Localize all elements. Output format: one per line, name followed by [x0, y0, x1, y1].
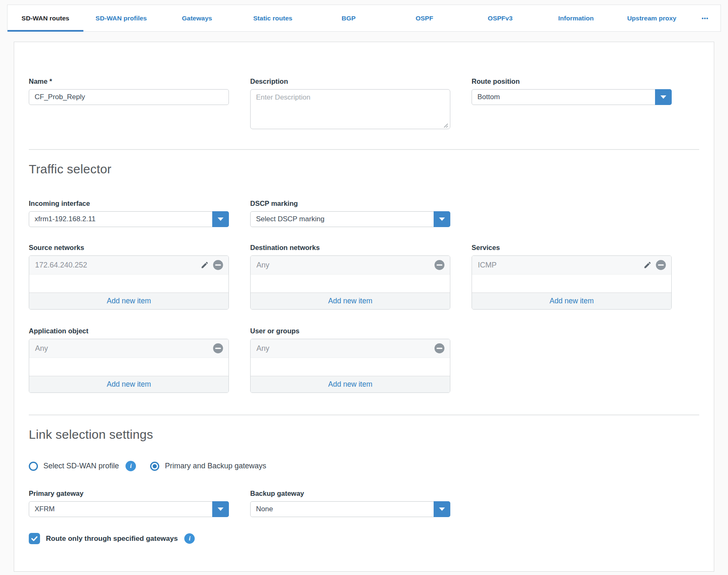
primary-gateway-value: XFRM [35, 505, 55, 513]
tab-gateways[interactable]: Gateways [159, 5, 235, 31]
radio-dot [153, 464, 157, 468]
application-object-listbox: Any Add new item [29, 339, 229, 393]
list-item: ICMP [472, 256, 671, 275]
gateways-row: Primary gateway XFRM Backup gateway None [29, 490, 699, 517]
tab-sd-wan-profiles[interactable]: SD-WAN profiles [83, 5, 159, 31]
section-divider [29, 149, 699, 150]
route-position-field-group: Route position Bottom [472, 78, 672, 131]
radio-button-unselected[interactable] [29, 462, 38, 471]
more-tabs-icon[interactable]: ••• [690, 5, 720, 31]
link-selection-heading: Link selection settings [29, 428, 699, 442]
application-object-add-button[interactable]: Add new item [29, 376, 228, 392]
backup-gateway-label: Backup gateway [250, 490, 450, 498]
name-label: Name * [29, 78, 229, 85]
backup-gateway-field-group: Backup gateway None [250, 490, 450, 517]
route-only-checkbox[interactable] [29, 533, 40, 544]
incoming-interface-value: xfrm1-192.168.2.11 [35, 215, 95, 223]
dscp-marking-value: Select DSCP marking [256, 215, 324, 223]
application-object-value: Any [35, 344, 213, 353]
remove-minus-icon[interactable] [655, 260, 666, 270]
destination-networks-listbox: Any Add new item [250, 255, 450, 310]
route-position-value: Bottom [477, 93, 500, 101]
check-icon [30, 535, 38, 542]
info-icon[interactable]: i [184, 533, 195, 544]
route-position-label: Route position [472, 78, 672, 85]
primary-gateway-dropdown-button[interactable] [212, 501, 229, 517]
tab-static-routes[interactable]: Static routes [235, 5, 311, 31]
remove-minus-icon[interactable] [434, 260, 445, 270]
app-users-row: Application object Any Add new item User… [29, 327, 699, 393]
tab-information[interactable]: Information [538, 5, 614, 31]
listbox-empty-area [29, 358, 228, 376]
radio-label: Select SD-WAN profile [43, 462, 119, 470]
backup-gateway-value: None [256, 505, 273, 513]
section-divider [29, 415, 699, 415]
primary-gateway-field-group: Primary gateway XFRM [29, 490, 229, 517]
description-field-group: Description [250, 78, 450, 131]
destination-network-value: Any [256, 261, 434, 270]
dscp-marking-dropdown[interactable]: Select DSCP marking [250, 211, 450, 227]
application-object-field-group: Application object Any Add new item [29, 327, 229, 393]
tab-ospfv3[interactable]: OSPFv3 [462, 5, 538, 31]
listbox-empty-area [251, 358, 450, 376]
description-textarea[interactable] [250, 89, 450, 129]
remove-minus-icon[interactable] [434, 343, 445, 354]
user-or-groups-add-button[interactable]: Add new item [251, 376, 450, 392]
source-networks-add-button[interactable]: Add new item [29, 292, 228, 309]
dscp-marking-field-group: DSCP marking Select DSCP marking [250, 200, 450, 227]
radio-primary-backup-gateways[interactable]: Primary and Backup gateways [150, 462, 266, 471]
source-networks-label: Source networks [29, 244, 229, 252]
service-value: ICMP [478, 261, 643, 270]
radio-button-selected[interactable] [150, 462, 159, 471]
route-position-dropdown[interactable]: Bottom [472, 89, 672, 105]
info-icon[interactable]: i [126, 461, 136, 471]
sd-wan-route-form-card: Name * Description Route position Bottom [14, 42, 714, 572]
remove-minus-icon[interactable] [213, 260, 223, 270]
chevron-down-icon [218, 218, 223, 221]
chevron-down-icon [218, 508, 223, 511]
application-object-label: Application object [29, 327, 229, 335]
source-network-value: 172.64.240.252 [35, 261, 201, 270]
general-settings-row: Name * Description Route position Bottom [29, 78, 699, 131]
radio-select-sdwan-profile[interactable]: Select SD-WAN profile [29, 462, 119, 471]
chevron-down-icon [439, 508, 445, 511]
backup-gateway-dropdown[interactable]: None [250, 501, 450, 517]
name-input[interactable] [29, 89, 229, 105]
interface-dscp-row: Incoming interface xfrm1-192.168.2.11 DS… [29, 200, 699, 227]
description-label: Description [250, 78, 450, 85]
chevron-down-icon [439, 218, 445, 221]
tab-sd-wan-routes[interactable]: SD-WAN routes [8, 5, 83, 31]
primary-gateway-dropdown[interactable]: XFRM [29, 501, 229, 517]
primary-gateway-label: Primary gateway [29, 490, 229, 498]
destination-networks-label: Destination networks [250, 244, 450, 252]
route-position-dropdown-button[interactable] [655, 89, 672, 105]
incoming-interface-dropdown-button[interactable] [212, 211, 229, 227]
remove-minus-icon[interactable] [213, 343, 223, 354]
list-item: Any [251, 339, 450, 358]
routing-tab-bar: SD-WAN routes SD-WAN profiles Gateways S… [7, 5, 721, 32]
services-add-button[interactable]: Add new item [472, 292, 671, 309]
tab-upstream-proxy[interactable]: Upstream proxy [614, 5, 690, 31]
listbox-empty-area [472, 275, 671, 292]
listbox-empty-area [251, 275, 450, 292]
user-or-groups-label: User or groups [250, 327, 450, 335]
chevron-down-icon [660, 95, 666, 99]
list-item: Any [29, 339, 228, 358]
incoming-interface-dropdown[interactable]: xfrm1-192.168.2.11 [29, 211, 229, 227]
dscp-marking-label: DSCP marking [250, 200, 450, 208]
backup-gateway-dropdown-button[interactable] [434, 501, 450, 517]
radio-label: Primary and Backup gateways [165, 462, 266, 470]
destination-networks-add-button[interactable]: Add new item [251, 292, 450, 309]
services-field-group: Services ICMP Add new item [472, 244, 672, 310]
services-listbox: ICMP Add new item [472, 255, 672, 310]
dscp-marking-dropdown-button[interactable] [434, 211, 450, 227]
route-only-checkbox-label: Route only through specified gateways [46, 535, 178, 543]
listbox-empty-area [29, 275, 228, 292]
edit-pencil-icon[interactable] [201, 261, 209, 269]
name-field-group: Name * [29, 78, 229, 131]
tab-bgp[interactable]: BGP [311, 5, 387, 31]
tab-ospf[interactable]: OSPF [387, 5, 462, 31]
incoming-interface-label: Incoming interface [29, 200, 229, 208]
source-networks-field-group: Source networks 172.64.240.252 Add new i… [29, 244, 229, 310]
edit-pencil-icon[interactable] [643, 261, 652, 269]
